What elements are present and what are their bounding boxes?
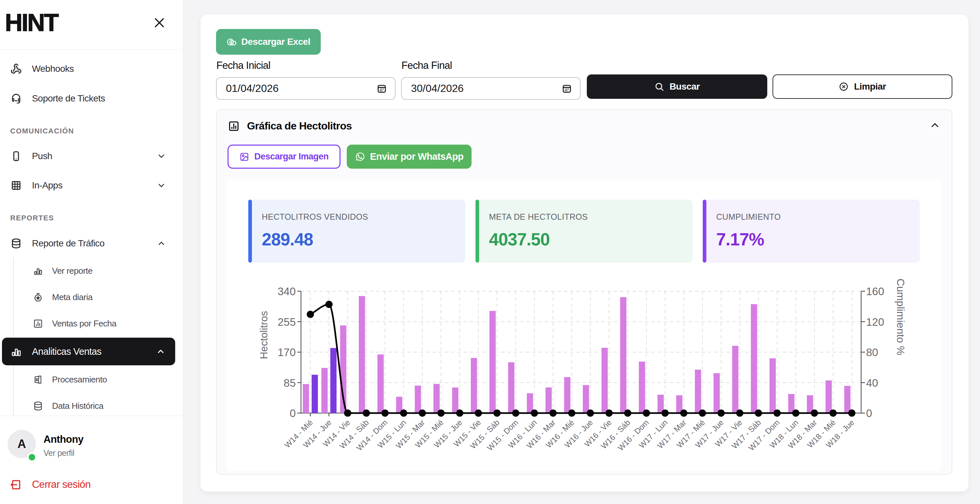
svg-text:Cumplimiento %: Cumplimiento % (895, 279, 907, 356)
svg-text:85: 85 (283, 377, 296, 389)
svg-text:40: 40 (866, 377, 878, 389)
svg-text:0: 0 (866, 407, 872, 419)
svg-text:170: 170 (278, 346, 296, 359)
svg-text:Hectolitros: Hectolitros (258, 311, 270, 359)
svg-text:0: 0 (290, 407, 296, 419)
svg-text:340: 340 (278, 285, 296, 297)
svg-text:255: 255 (278, 316, 296, 328)
svg-text:120: 120 (866, 316, 884, 328)
svg-text:160: 160 (866, 285, 884, 297)
svg-text:80: 80 (866, 346, 878, 359)
